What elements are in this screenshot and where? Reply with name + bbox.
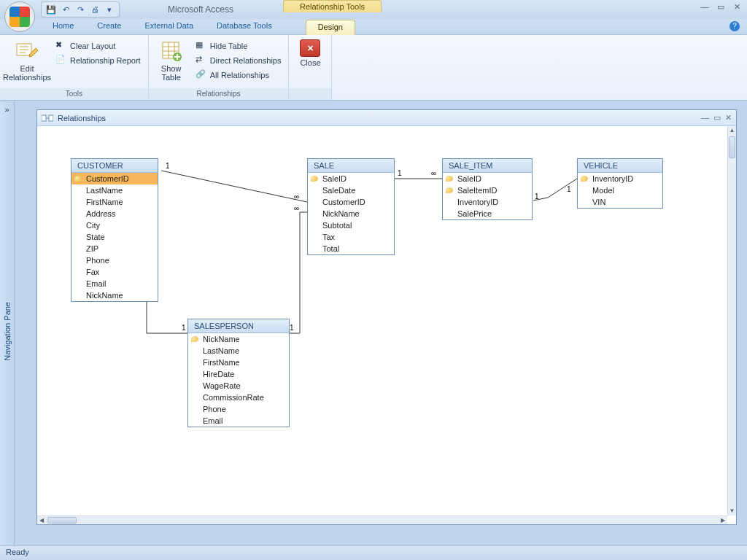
- vertical-scrollbar[interactable]: ▲ ▼: [727, 126, 736, 516]
- table-field[interactable]: FirstName: [71, 196, 158, 208]
- table-field[interactable]: Email: [71, 278, 158, 289]
- tab-database-tools[interactable]: Database Tools: [205, 19, 284, 34]
- scroll-down-icon[interactable]: ▼: [728, 507, 736, 516]
- table-title: VEHICLE: [578, 159, 662, 173]
- table-field[interactable]: SalePrice: [443, 208, 532, 219]
- report-icon: 📄: [55, 55, 67, 66]
- context-tab-label: Relationship Tools: [283, 0, 382, 12]
- direct-relationships-button[interactable]: ⇄Direct Relationships: [193, 54, 285, 67]
- undo-icon[interactable]: ↶: [59, 3, 72, 16]
- table-field[interactable]: HireDate: [188, 368, 289, 380]
- svg-text:1: 1: [535, 192, 539, 201]
- table-field[interactable]: Model: [578, 184, 662, 196]
- table-field[interactable]: Phone: [188, 403, 289, 415]
- table-field[interactable]: Email: [188, 415, 289, 427]
- svg-text:∞: ∞: [431, 169, 436, 177]
- table-field[interactable]: SaleItemID: [443, 184, 532, 196]
- all-relationships-button[interactable]: 🔗All Relationships: [193, 69, 285, 82]
- qat-customize-icon[interactable]: ▾: [103, 3, 116, 16]
- relationships-canvas[interactable]: 1 ∞ 1 ∞ 1 ∞ 1 ∞ 1 1: [37, 126, 727, 516]
- close-icon: ✕: [300, 39, 320, 57]
- table-field[interactable]: CustomerID: [308, 196, 394, 208]
- close-relationships-button[interactable]: ✕ Close: [293, 36, 327, 70]
- clear-layout-button[interactable]: ✖Clear Layout: [53, 39, 144, 52]
- relwin-close-button[interactable]: ✕: [725, 113, 732, 122]
- ribbon-group-close: ✕ Close: [289, 35, 332, 100]
- table-fields: CustomerIDLastNameFirstNameAddressCitySt…: [71, 173, 158, 301]
- title-bar: 💾 ↶ ↷ 🖨 ▾ Microsoft Access Relationship …: [0, 0, 747, 19]
- restore-button[interactable]: ▭: [715, 2, 727, 12]
- svg-rect-4: [49, 115, 53, 121]
- table-field[interactable]: SaleID: [308, 173, 394, 184]
- scroll-thumb[interactable]: [729, 136, 735, 158]
- table-node-vehicle[interactable]: VEHICLE InventoryIDModelVIN: [577, 158, 663, 209]
- table-field[interactable]: LastName: [188, 345, 289, 357]
- table-node-customer[interactable]: CUSTOMER CustomerIDLastNameFirstNameAddr…: [71, 158, 158, 302]
- print-icon[interactable]: 🖨: [88, 3, 101, 16]
- quick-access-toolbar: 💾 ↶ ↷ 🖨 ▾: [41, 1, 120, 18]
- minimize-button[interactable]: —: [699, 2, 711, 12]
- table-title: SALE_ITEM: [443, 159, 532, 173]
- table-node-sale-item[interactable]: SALE_ITEM SaleIDSaleItemIDInventoryIDSal…: [442, 158, 533, 220]
- table-field[interactable]: WageRate: [188, 380, 289, 392]
- table-fields: SaleIDSaleDateCustomerIDNickNameSubtotal…: [308, 173, 394, 254]
- svg-text:∞: ∞: [294, 192, 299, 201]
- table-field[interactable]: Subtotal: [308, 219, 394, 231]
- edit-relationships-button[interactable]: Edit Relationships: [4, 36, 50, 85]
- hide-table-button[interactable]: ▦Hide Table: [193, 39, 285, 52]
- table-field[interactable]: Total: [308, 243, 394, 254]
- table-field[interactable]: CommissionRate: [188, 392, 289, 403]
- edit-relationships-icon: [15, 39, 39, 63]
- status-text: Ready: [6, 548, 29, 556]
- scroll-right-icon[interactable]: ▶: [719, 516, 727, 524]
- all-rel-icon: 🔗: [196, 69, 207, 81]
- table-field[interactable]: CustomerID: [71, 173, 158, 184]
- table-field[interactable]: State: [71, 231, 158, 243]
- table-field[interactable]: VIN: [578, 196, 662, 208]
- tab-design[interactable]: Design: [306, 20, 355, 35]
- table-field[interactable]: InventoryID: [443, 196, 532, 208]
- edit-relationships-label: Edit Relationships: [3, 64, 51, 82]
- scroll-thumb[interactable]: [47, 517, 77, 524]
- relationships-window-header[interactable]: Relationships — ▭ ✕: [37, 110, 736, 126]
- tab-external-data[interactable]: External Data: [133, 19, 205, 34]
- table-field[interactable]: ZIP: [71, 243, 158, 254]
- table-field[interactable]: Address: [71, 208, 158, 219]
- table-field[interactable]: SaleDate: [308, 184, 394, 196]
- tab-create[interactable]: Create: [85, 19, 133, 34]
- table-field[interactable]: LastName: [71, 184, 158, 196]
- table-field[interactable]: SaleID: [443, 173, 532, 184]
- save-icon[interactable]: 💾: [44, 3, 58, 16]
- table-field[interactable]: NickName: [188, 333, 289, 345]
- relwin-minimize-button[interactable]: —: [701, 113, 709, 122]
- office-button[interactable]: [4, 1, 35, 32]
- table-field[interactable]: NickName: [308, 208, 394, 219]
- table-field[interactable]: NickName: [71, 289, 158, 301]
- scroll-up-icon[interactable]: ▲: [728, 126, 736, 135]
- table-field[interactable]: FirstName: [188, 357, 289, 368]
- scroll-left-icon[interactable]: ◀: [37, 516, 46, 524]
- horizontal-scrollbar[interactable]: ◀ ▶: [37, 516, 727, 524]
- clear-icon: ✖: [55, 40, 67, 52]
- relationship-report-button[interactable]: 📄Relationship Report: [53, 54, 144, 67]
- show-table-button[interactable]: Show Table: [153, 36, 190, 85]
- table-node-salesperson[interactable]: SALESPERSON NickNameLastNameFirstNameHir…: [187, 319, 290, 427]
- ribbon-group-relationships: Show Table ▦Hide Table ⇄Direct Relations…: [149, 35, 290, 100]
- expand-nav-icon[interactable]: »: [4, 102, 9, 117]
- table-field[interactable]: City: [71, 219, 158, 231]
- navigation-pane-collapsed[interactable]: » Navigation Pane: [0, 102, 15, 545]
- redo-icon[interactable]: ↷: [74, 3, 87, 16]
- help-icon[interactable]: ?: [729, 21, 740, 31]
- tab-home[interactable]: Home: [41, 19, 85, 34]
- relwin-restore-button[interactable]: ▭: [713, 113, 721, 122]
- table-title: CUSTOMER: [71, 159, 158, 173]
- close-button[interactable]: ✕: [731, 2, 743, 12]
- table-field[interactable]: Phone: [71, 254, 158, 266]
- table-field[interactable]: Tax: [308, 231, 394, 243]
- window-controls: — ▭ ✕: [699, 2, 743, 12]
- ribbon-group-relationships-label: Relationships: [149, 88, 289, 100]
- table-field[interactable]: InventoryID: [578, 173, 662, 184]
- table-node-sale[interactable]: SALE SaleIDSaleDateCustomerIDNickNameSub…: [307, 158, 395, 255]
- table-field[interactable]: Fax: [71, 266, 158, 278]
- table-title: SALE: [308, 159, 394, 173]
